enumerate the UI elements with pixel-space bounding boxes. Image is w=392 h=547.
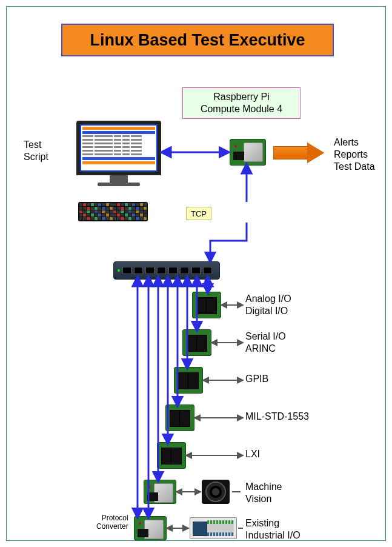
module-analog-digital-io-label: Analog I/O Digital I/O [245, 293, 291, 317]
outputs-label: Alerts Reports Test Data [334, 136, 375, 173]
industrial-io-device-icon [190, 517, 237, 539]
title-banner: Linux Based Test Executive [61, 24, 334, 56]
tcp-label-text: TCP [191, 209, 207, 218]
module-gpib-icon [174, 367, 203, 394]
module-industrial-io-label: Existing Industrial I/O [245, 517, 301, 542]
camera-icon [202, 480, 230, 504]
module-serial-arinc-icon [182, 329, 211, 356]
diagram-frame: Linux Based Test Executive Raspberry Pi … [6, 6, 386, 541]
module-gpib-label: GPIB [245, 373, 268, 385]
module-lxi-label: LXI [245, 448, 260, 460]
tcp-label-box: TCP [186, 207, 211, 220]
raspberry-pi-cm4-icon [230, 139, 266, 166]
module-mil-std-1553-label: MIL-STD-1553 [245, 411, 309, 423]
module-machine-vision-label: Machine Vision [245, 481, 282, 505]
title-text: Linux Based Test Executive [90, 31, 305, 50]
module-machine-vision-board-icon [144, 480, 176, 504]
network-switch-icon [113, 261, 220, 280]
module-serial-arinc-label: Serial I/O ARINC [245, 331, 286, 355]
keyboard-icon [78, 202, 148, 221]
module-mil-std-1553-icon [165, 404, 194, 431]
output-arrow-icon [273, 143, 328, 163]
module-analog-digital-io-icon [192, 292, 221, 318]
module-protocol-converter-board-icon [134, 516, 167, 540]
monitor-icon [76, 121, 161, 187]
protocol-converter-label: Protocol Converter [96, 514, 128, 531]
raspberry-pi-callout-text: Raspberry Pi Compute Module 4 [201, 91, 282, 115]
raspberry-pi-callout-box: Raspberry Pi Compute Module 4 [182, 87, 301, 119]
module-lxi-icon [157, 442, 186, 469]
test-script-label: Test Script [24, 139, 48, 163]
